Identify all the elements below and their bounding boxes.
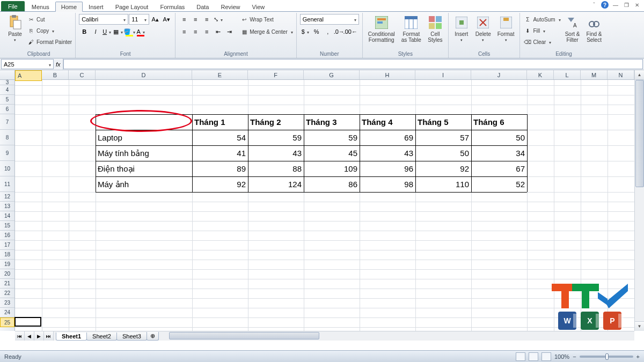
row-header-8[interactable]: 8 xyxy=(0,130,14,145)
row-header-22[interactable]: 22 xyxy=(0,289,14,298)
delete-cells-button[interactable]: Delete▾ xyxy=(473,14,493,43)
cell-D11[interactable]: Máy ảnh xyxy=(96,176,192,192)
row-header-13[interactable]: 13 xyxy=(0,202,14,211)
comma-format-icon[interactable]: , xyxy=(323,26,333,37)
cell-H8[interactable]: 69 xyxy=(360,130,415,145)
vertical-scrollbar[interactable]: ▲ ▼ xyxy=(634,70,644,331)
tab-home[interactable]: Home xyxy=(55,2,83,12)
fx-icon[interactable]: fx xyxy=(56,61,61,68)
format-cells-button[interactable]: Format▾ xyxy=(495,14,517,43)
row-header-5[interactable]: 5 xyxy=(0,95,14,105)
insert-cells-button[interactable]: Insert▾ xyxy=(452,14,471,43)
italic-button[interactable]: I xyxy=(90,26,101,37)
cell-J9[interactable]: 34 xyxy=(471,145,527,161)
sheet-tab-new[interactable]: ⊕ xyxy=(147,332,159,341)
row-header-20[interactable]: 20 xyxy=(0,269,14,279)
cell-F9[interactable]: 43 xyxy=(248,145,304,161)
view-normal-icon[interactable] xyxy=(516,352,525,361)
cell-G10[interactable]: 109 xyxy=(304,161,360,176)
row-header-23[interactable]: 23 xyxy=(0,298,14,308)
cell-E9[interactable]: 41 xyxy=(192,145,248,161)
tab-review[interactable]: Review xyxy=(215,2,246,11)
row-header-15[interactable]: 15 xyxy=(0,221,14,231)
row-header-25[interactable]: 25 xyxy=(0,317,14,327)
column-header-B[interactable]: B xyxy=(42,70,69,79)
percent-format-icon[interactable]: % xyxy=(311,26,322,37)
column-header-A[interactable]: A xyxy=(15,70,42,81)
hscroll-thumb[interactable] xyxy=(169,332,319,339)
column-header-H[interactable]: H xyxy=(360,70,415,79)
cell-J8[interactable]: 50 xyxy=(471,130,527,145)
column-header-G[interactable]: G xyxy=(304,70,360,79)
row-header-4[interactable]: 4 xyxy=(0,85,14,95)
sheet-tab-1[interactable]: Sheet1 xyxy=(56,333,87,341)
cell-H11[interactable]: 98 xyxy=(360,176,415,192)
column-header-C[interactable]: C xyxy=(69,70,96,79)
sheet-nav-next-icon[interactable]: ▶ xyxy=(34,331,44,341)
align-top-icon[interactable]: ≡ xyxy=(179,14,189,25)
increase-font-icon[interactable]: A▴ xyxy=(150,14,160,25)
format-as-table-button[interactable]: Format as Table xyxy=(399,14,423,44)
column-header-F[interactable]: F xyxy=(248,70,304,79)
decrease-decimal-icon[interactable]: .00← xyxy=(345,26,356,37)
row-header-10[interactable]: 10 xyxy=(0,161,14,176)
cell-J11[interactable]: 52 xyxy=(471,176,527,192)
tab-menus[interactable]: Menus xyxy=(26,2,55,11)
column-header-L[interactable]: L xyxy=(554,70,581,79)
cell-G8[interactable]: 59 xyxy=(304,130,360,145)
merge-center-button[interactable]: ▦Merge & Center xyxy=(240,26,293,37)
column-header-I[interactable]: I xyxy=(415,70,471,79)
cell-H10[interactable]: 96 xyxy=(360,161,415,176)
fill-button[interactable]: ⬇Fill xyxy=(523,25,560,36)
view-page-layout-icon[interactable] xyxy=(529,352,538,361)
cell-I8[interactable]: 57 xyxy=(415,130,471,145)
cell-G7[interactable]: Tháng 3 xyxy=(304,114,360,130)
tab-page-layout[interactable]: Page Layout xyxy=(109,2,155,11)
window-minimize-icon[interactable]: — xyxy=(612,1,619,9)
font-color-button[interactable]: A xyxy=(135,26,146,37)
sheet-tab-2[interactable]: Sheet2 xyxy=(86,333,117,341)
cell-F8[interactable]: 59 xyxy=(248,130,304,145)
tab-formulas[interactable]: Formulas xyxy=(154,2,191,11)
cell-E7[interactable]: Tháng 1 xyxy=(192,114,248,130)
cell-F7[interactable]: Tháng 2 xyxy=(248,114,304,130)
horizontal-scrollbar[interactable] xyxy=(169,331,634,341)
align-center-icon[interactable]: ≡ xyxy=(190,26,201,37)
cut-button[interactable]: ✂Cut xyxy=(27,14,72,25)
row-header-9[interactable]: 9 xyxy=(0,145,14,161)
tab-file[interactable]: File xyxy=(1,1,25,11)
row-header-24[interactable]: 24 xyxy=(0,308,14,317)
zoom-in-icon[interactable]: + xyxy=(636,353,640,360)
increase-indent-icon[interactable]: ⇥ xyxy=(224,26,235,37)
cell-E11[interactable]: 92 xyxy=(192,176,248,192)
row-header-16[interactable]: 16 xyxy=(0,231,14,240)
cell-I10[interactable]: 92 xyxy=(415,161,471,176)
cell-D9[interactable]: Máy tính bảng xyxy=(96,145,192,161)
sheet-nav-first-icon[interactable]: ⏮ xyxy=(15,331,25,341)
clear-button[interactable]: ⌫Clear xyxy=(523,36,560,47)
column-header-J[interactable]: J xyxy=(471,70,527,79)
select-all-corner[interactable] xyxy=(0,70,15,79)
sort-filter-button[interactable]: ASort & Filter xyxy=(563,14,582,44)
decrease-font-icon[interactable]: A▾ xyxy=(161,14,172,25)
cell-I9[interactable]: 50 xyxy=(415,145,471,161)
cell-styles-button[interactable]: Cell Styles xyxy=(426,14,445,44)
copy-button[interactable]: ⎘Copy xyxy=(27,25,72,36)
cell-I7[interactable]: Tháng 5 xyxy=(415,114,471,130)
cell-I11[interactable]: 110 xyxy=(415,176,471,192)
cell-D10[interactable]: Điện thoại xyxy=(96,161,192,176)
help-icon[interactable]: ? xyxy=(601,1,609,9)
font-name-select[interactable]: Calibri xyxy=(79,14,128,25)
fill-color-button[interactable]: 🪣 xyxy=(124,26,135,37)
name-box[interactable]: A25 xyxy=(1,59,54,69)
conditional-formatting-button[interactable]: Conditional Formatting xyxy=(366,14,397,44)
cell-F10[interactable]: 88 xyxy=(248,161,304,176)
autosum-button[interactable]: ΣAutoSum xyxy=(523,14,560,25)
row-header-21[interactable]: 21 xyxy=(0,279,14,289)
column-header-N[interactable]: N xyxy=(608,70,634,79)
tab-view[interactable]: View xyxy=(246,2,271,11)
scroll-down-icon[interactable]: ▼ xyxy=(635,321,644,331)
row-header-6[interactable]: 6 xyxy=(0,105,14,114)
wrap-text-button[interactable]: ↩Wrap Text xyxy=(240,14,293,25)
cell-J10[interactable]: 67 xyxy=(471,161,527,176)
